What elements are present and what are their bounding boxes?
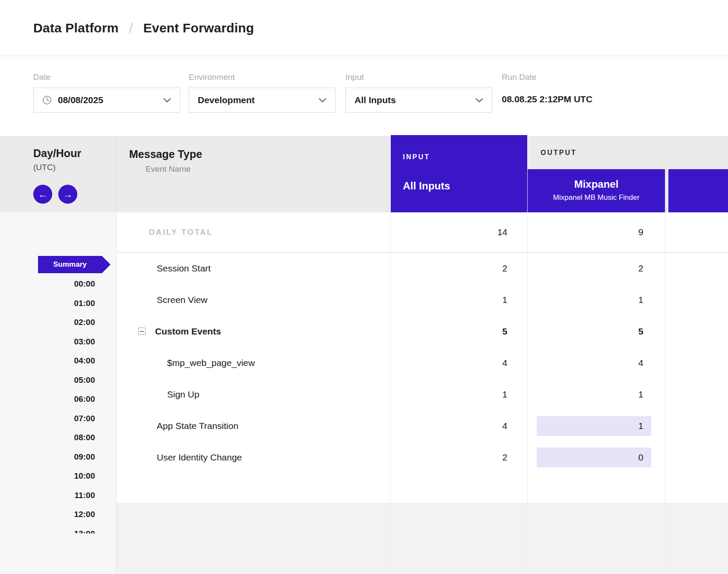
hour-sidebar: Summary 00:00 01:00 02:00 03:00 04:00 05… — [0, 212, 117, 574]
output-column-kicker: OUTPUT — [541, 149, 577, 157]
hour-row-04[interactable]: 04:00 — [0, 351, 95, 371]
day-hour-header: Day/Hour (UTC) — [33, 147, 81, 172]
hour-row-03[interactable]: 03:00 — [0, 332, 95, 352]
table-header: Day/Hour (UTC) ← → Message Type Event Na… — [0, 136, 728, 212]
event-row-custom-events: Custom Events 5 5 — [117, 315, 728, 347]
environment-dropdown[interactable]: Development — [189, 88, 336, 113]
hour-row-00[interactable]: 00:00 — [0, 274, 95, 294]
chevron-down-icon — [475, 98, 483, 103]
daily-total-input-count: 14 — [390, 227, 527, 237]
input-count: 1 — [390, 389, 527, 400]
output-count-highlighted: 0 — [537, 448, 651, 467]
input-count: 2 — [390, 452, 527, 463]
event-name: User Identity Change — [117, 452, 390, 463]
event-table: DAILY TOTAL 14 9 Session Start 2 2 Scree… — [117, 212, 728, 574]
output-column-title: Mixpanel — [528, 178, 665, 190]
input-count: 2 — [390, 263, 527, 274]
hour-row-13[interactable]: 13:00 — [0, 524, 95, 534]
output-column-subtitle: Mixpanel MB Music Finder — [528, 193, 665, 202]
next-day-button[interactable]: → — [58, 185, 77, 204]
date-filter-label: Date — [33, 73, 180, 82]
event-row-app-state-transition: App State Transition 4 1 — [117, 410, 728, 442]
hour-row-02[interactable]: 02:00 — [0, 313, 95, 332]
daily-total-row: DAILY TOTAL 14 9 — [117, 212, 728, 252]
date-dropdown[interactable]: 08/08/2025 — [33, 88, 180, 113]
run-date-value: 08.08.25 2:12PM UTC — [502, 94, 592, 104]
input-column-header: INPUT All Inputs — [391, 135, 527, 212]
event-forwarding-page: Data Platform / Event Forwarding Date 08… — [0, 0, 728, 574]
breadcrumb: Data Platform / Event Forwarding — [0, 0, 728, 56]
hour-row-08[interactable]: 08:00 — [0, 428, 95, 448]
hour-row-01[interactable]: 01:00 — [0, 294, 95, 313]
input-value: All Inputs — [355, 95, 396, 105]
prev-day-button[interactable]: ← — [33, 185, 52, 204]
hour-row-12[interactable]: 12:00 — [0, 505, 95, 524]
output-count: 1 — [638, 389, 665, 400]
filter-bar: Date 08/08/2025 Environment Development — [0, 56, 728, 136]
hour-row-09[interactable]: 09:00 — [0, 448, 95, 467]
output-column-partial — [668, 169, 728, 212]
output-count: 2 — [638, 263, 665, 274]
input-filter-label: Input — [345, 73, 492, 82]
message-type-header: Message Type Event Name — [129, 148, 202, 174]
hour-row-06[interactable]: 06:00 — [0, 390, 95, 409]
clock-icon — [42, 95, 52, 105]
hour-row-05[interactable]: 05:00 — [0, 371, 95, 390]
event-row-screen-view: Screen View 1 1 — [117, 284, 728, 315]
event-row-sign-up: Sign Up 1 1 — [117, 378, 728, 410]
chevron-down-icon — [163, 98, 171, 103]
environment-filter-label: Environment — [189, 73, 336, 82]
event-name: App State Transition — [117, 421, 390, 431]
event-name: $mp_web_page_view — [117, 358, 390, 368]
input-column-kicker: INPUT — [403, 153, 527, 161]
event-name-subtitle: Event Name — [146, 164, 202, 174]
input-dropdown[interactable]: All Inputs — [345, 88, 492, 113]
input-count: 4 — [390, 358, 527, 368]
output-count: 5 — [638, 326, 665, 337]
output-column-header: Mixpanel Mixpanel MB Music Finder — [528, 169, 665, 212]
breadcrumb-current: Event Forwarding — [143, 21, 254, 35]
input-count: 4 — [390, 421, 527, 431]
event-name: Session Start — [117, 263, 390, 274]
event-name: Custom Events — [155, 326, 221, 337]
event-row-session-start: Session Start 2 2 — [117, 252, 728, 284]
input-count: 5 — [390, 326, 527, 337]
run-date-filter-label: Run Date — [502, 73, 592, 82]
breadcrumb-separator: / — [129, 20, 133, 36]
hour-row-11[interactable]: 11:00 — [0, 486, 95, 505]
hour-row-10[interactable]: 10:00 — [0, 467, 95, 486]
hour-list: 00:00 01:00 02:00 03:00 04:00 05:00 06:0… — [0, 274, 95, 533]
daily-total-output-count: 9 — [638, 227, 665, 237]
day-hour-subtitle: (UTC) — [33, 163, 81, 172]
collapse-icon[interactable] — [138, 328, 146, 335]
day-hour-title: Day/Hour — [33, 147, 81, 160]
summary-badge[interactable]: Summary — [38, 256, 102, 273]
breadcrumb-data-platform[interactable]: Data Platform — [33, 21, 119, 35]
daily-total-label: DAILY TOTAL — [117, 228, 390, 237]
output-count: 1 — [638, 295, 665, 305]
event-row-user-identity-change: User Identity Change 2 0 — [117, 442, 728, 473]
hour-row-07[interactable]: 07:00 — [0, 409, 95, 429]
event-name: Screen View — [117, 295, 390, 305]
output-count: 4 — [638, 358, 665, 368]
input-column-title: All Inputs — [403, 180, 527, 192]
event-row-mp-web-page-view: $mp_web_page_view 4 4 — [117, 347, 728, 378]
input-count: 1 — [390, 295, 527, 305]
environment-value: Development — [198, 95, 255, 105]
date-value: 08/08/2025 — [58, 95, 103, 105]
output-count-highlighted: 1 — [537, 416, 651, 436]
message-type-title: Message Type — [129, 148, 202, 161]
chevron-down-icon — [319, 98, 326, 103]
event-name: Sign Up — [117, 389, 390, 400]
